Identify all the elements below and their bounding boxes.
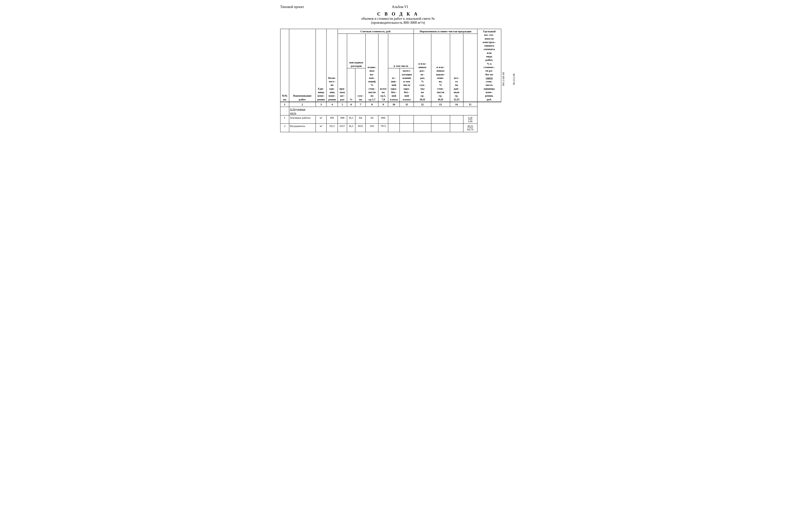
- row2-wages: [388, 124, 400, 132]
- sub-title-2: (производительность 800–I000 м³/ч): [280, 21, 516, 25]
- col-overhead-pct-header: %: [347, 68, 355, 102]
- colnum-4: 4: [327, 102, 338, 107]
- colnum-8: 8: [366, 102, 378, 107]
- side-text-right: 90l-2-l4S 89 90-212-96: [501, 26, 516, 132]
- sub-title-1: объемов и стоимости работ к локальной см…: [280, 17, 516, 21]
- row2-alldata: [450, 124, 463, 132]
- col-plan-header: плано–выхна–коп–лений,%стои–мостипогр.5,…: [366, 34, 378, 102]
- col-wages-header: ос–нов–нойзара–бот–нойплаты: [388, 68, 400, 102]
- row1-machine: [400, 115, 414, 124]
- row1-unitcost: 4,4I I,06: [463, 115, 477, 124]
- col-unit-header: Еди–ницаизме–рения: [315, 29, 327, 102]
- row2-overhead-sum: I032: [356, 124, 366, 132]
- section-a-num: [281, 107, 289, 115]
- colnum-10: I0: [388, 102, 400, 107]
- row1-wages: [388, 115, 400, 124]
- colnum-1: I: [281, 102, 289, 107]
- colnum-5: 5: [338, 102, 347, 107]
- table-row: I Земляные работы м³ 8I9 688 I6,5 II4 64…: [281, 115, 501, 124]
- row2-plan: 583: [366, 124, 378, 132]
- section-a-label: А.Подземнаячасть: [289, 107, 477, 115]
- header-left: Типовой проект: [280, 5, 304, 9]
- row2-overhead-pct: I6,5: [347, 124, 355, 132]
- row2-num: 2: [281, 124, 289, 132]
- row1-inplan-acc: [431, 115, 450, 124]
- row1-plan: 64: [366, 115, 378, 124]
- row1-direct: 688: [338, 115, 347, 124]
- col-spec-header: Удельныйвес сто–имостиконструк–тивногоэл…: [477, 29, 501, 102]
- row1-inplan-pct: [414, 115, 431, 124]
- col-alldata-header: все–гоподан–нымгр.I2,I3: [450, 34, 463, 102]
- row2-inplan-pct: [414, 124, 431, 132]
- col-norm-header: Нормативная условно–чистая продукция: [414, 29, 477, 34]
- colnum-14: I4: [450, 102, 463, 107]
- colnum-6: 6: [347, 102, 355, 107]
- col-overhead-sum-header: сум–ма: [356, 68, 366, 102]
- row1-unit: м³: [315, 115, 327, 124]
- col-direct-header: пря–мыхзат–рат: [338, 34, 347, 102]
- col-name-header: Наименованиеработ: [289, 29, 315, 102]
- colnum-13: I3: [431, 102, 450, 107]
- row1-overhead-sum: II4: [356, 115, 366, 124]
- row1-total: 866: [378, 115, 388, 124]
- col-inthat-header: в том числе: [388, 34, 414, 68]
- table-row: 2 Фундаменты м³ I2I,5 6257 I6,5 I032 583…: [281, 124, 501, 132]
- col-total-header: всегопогр.5,7,8: [378, 34, 388, 102]
- col-inplan-pct-header: в пла–новыхрас–хо–дах,%сум–мыпогр.I0,II: [414, 34, 431, 102]
- col-qty-header: Коли–чест–воеди–ницизме–рения: [327, 29, 338, 102]
- row2-name: Фундаменты: [289, 124, 315, 132]
- colnum-11: II: [400, 102, 414, 107]
- main-title: С В О Д К А: [280, 12, 516, 17]
- row1-name: Земляные работы: [289, 115, 315, 124]
- row1-alldata: [450, 115, 463, 124]
- colnum-9: 9: [378, 102, 388, 107]
- header-center: Альбом VI: [392, 5, 408, 9]
- row2-machine: [400, 124, 414, 132]
- row2-unitcost: 40,I2 64,79: [463, 124, 477, 132]
- col-inplan-acc-header: в пла–новыхнакоп–лени–ях,%стои–мостигр.I…: [431, 34, 450, 102]
- row2-direct: 6257: [338, 124, 347, 132]
- colnum-15: I5: [463, 102, 477, 107]
- col-num-header: №№пп: [281, 29, 289, 102]
- row2-qty: I2I,5: [327, 124, 338, 132]
- row1-qty: 8I9: [327, 115, 338, 124]
- colnum-3: 3: [315, 102, 327, 107]
- row2-total: 7872: [378, 124, 388, 132]
- row1-overhead-pct: I6,5: [347, 115, 355, 124]
- row1-num: I: [281, 115, 289, 124]
- row2-inplan-acc: [431, 124, 450, 132]
- col-machine-header: экспл–уатациямашинв томчислезара–бот–ной…: [400, 68, 414, 102]
- col-smeta-header: Сметная стоимость, руб.: [338, 29, 414, 34]
- colnum-12: I2: [414, 102, 431, 107]
- colnum-2: 2: [289, 102, 315, 107]
- row2-unit: м³: [315, 124, 327, 132]
- colnum-7: 7: [356, 102, 366, 107]
- col-overhead-header: накладныхрасходов: [347, 34, 366, 68]
